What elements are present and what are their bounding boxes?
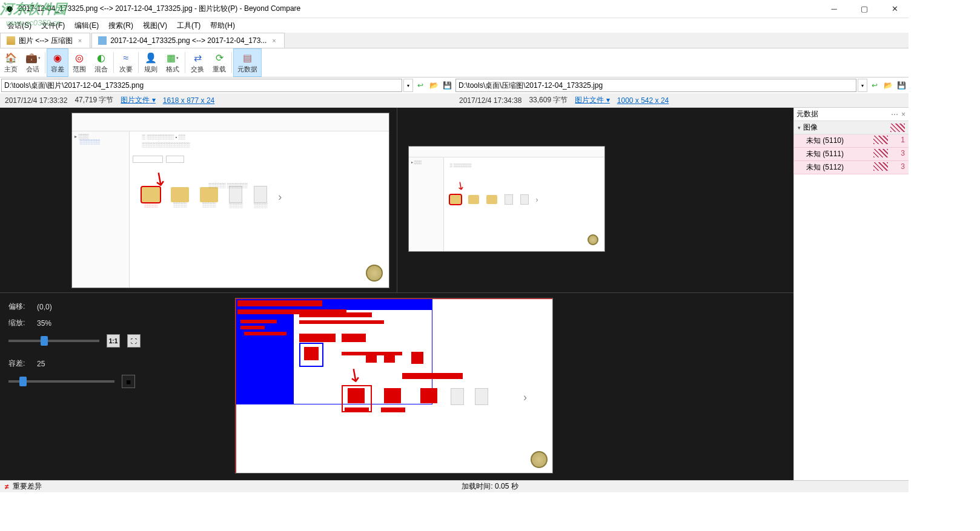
format-icon: ▦▾ xyxy=(167,52,179,64)
rules-button[interactable]: 👤规则 xyxy=(140,48,162,77)
zoom-value: 35% xyxy=(37,319,51,328)
path-bars: ▾ ↩ 📂 💾 ▾ ↩ 📂 💾 xyxy=(0,78,909,93)
metadata-row[interactable]: 未知 (5110)1 xyxy=(794,134,909,148)
save-icon[interactable]: 💾 xyxy=(441,79,453,91)
metadata-button[interactable]: ▤元数据 xyxy=(233,48,262,77)
blend-icon: ◐ xyxy=(95,52,107,64)
right-dims-link[interactable]: 1000 x 542 x 24 xyxy=(617,96,669,105)
metadata-row[interactable]: 未知 (5111)3 xyxy=(794,148,909,161)
home-button[interactable]: 🏠主页 xyxy=(0,48,22,77)
range-button[interactable]: ◎范围 xyxy=(68,48,90,77)
title-bar: 2017-12-04_173325.png <--> 2017-12-04_17… xyxy=(0,0,909,18)
status-bar: ≠ 重要差异 加载时间: 0.05 秒 xyxy=(0,480,909,492)
left-path-dropdown[interactable]: ▾ xyxy=(403,79,413,92)
close-button[interactable]: ✕ xyxy=(886,3,904,15)
tab-close-icon[interactable]: × xyxy=(76,37,84,44)
controls-panel: 偏移: (0,0) 缩放: 35% 1:1 ⛶ 容差: 25 xyxy=(0,293,230,480)
folder-compare-icon xyxy=(7,36,15,45)
metadata-category[interactable]: 图像 xyxy=(794,121,909,134)
zoom-fit-button[interactable]: ⛶ xyxy=(127,334,141,348)
diff-image: ↘ › xyxy=(235,298,553,473)
menu-help[interactable]: 帮助(H) xyxy=(205,19,240,32)
minimize-button[interactable]: ─ xyxy=(825,3,843,15)
right-path-dropdown[interactable]: ▾ xyxy=(858,79,867,92)
diff-pane[interactable]: ↘ › xyxy=(230,293,793,480)
metadata-icon: ▤ xyxy=(242,52,254,64)
tolerance-icon: ◉ xyxy=(51,52,64,64)
toolbar: 🏠主页 💼▾会话 ◉容差 ◎范围 ◐混合 ≈次要 👤规则 ▦▾格式 ⇄交换 ⟳重… xyxy=(0,48,909,78)
menu-edit[interactable]: 编辑(E) xyxy=(70,19,104,32)
tolerance-value: 25 xyxy=(37,360,45,368)
metadata-menu-icon[interactable]: ⋯ × xyxy=(891,110,906,119)
menu-search[interactable]: 搜索(R) xyxy=(104,19,138,32)
left-main: ▸ ░░░░░░░░░ ░ ░░░░░░░░ • ░░ ░░░░░░░░░░░░… xyxy=(0,108,793,480)
minor-button[interactable]: ≈次要 xyxy=(115,48,137,77)
left-dims-link[interactable]: 980 x 531 x 24 xyxy=(163,96,214,105)
offset-label: 偏移: xyxy=(8,302,30,312)
separator xyxy=(185,52,185,73)
zoom-label: 缩放: xyxy=(8,318,30,328)
zoom-actual-button[interactable]: 1:1 xyxy=(107,334,120,348)
menu-file[interactable]: 文件(F) xyxy=(36,19,70,32)
back-icon[interactable]: ↩ xyxy=(414,79,426,91)
maximize-button[interactable]: ▢ xyxy=(855,3,873,15)
image-compare-icon xyxy=(98,36,107,45)
save-icon[interactable]: 💾 xyxy=(895,79,907,91)
rules-icon: 👤 xyxy=(145,52,157,64)
left-info: 2017/12/4 17:33:32 47,719 字节 图片文件 ▾ 1618… xyxy=(0,93,454,107)
tab-label: 图片 <--> 压缩图 xyxy=(19,36,73,46)
left-size: 47,719 字节 xyxy=(74,95,113,105)
separator xyxy=(231,52,232,73)
swap-button[interactable]: ⇄交换 xyxy=(187,48,208,77)
metadata-header: 元数据 ⋯ × xyxy=(794,108,909,121)
minor-icon: ≈ xyxy=(120,52,132,64)
tolerance-mode-button[interactable]: ◼ xyxy=(122,375,135,388)
format-button[interactable]: ▦▾格式 xyxy=(162,48,184,77)
offset-value: (0,0) xyxy=(37,303,52,311)
open-folder-icon[interactable]: 📂 xyxy=(428,79,440,91)
image-panes: ▸ ░░░░░░░░░ ░ ░░░░░░░░ • ░░ ░░░░░░░░░░░░… xyxy=(0,108,793,292)
menu-session[interactable]: 会话(S) xyxy=(2,19,36,32)
zoom-slider[interactable] xyxy=(8,340,99,342)
left-path-input[interactable] xyxy=(1,79,402,92)
tab-image-compare[interactable]: 2017-12-04_173325.png <--> 2017-12-04_17… xyxy=(91,33,285,48)
blend-button[interactable]: ◐混合 xyxy=(90,48,112,77)
menu-tools[interactable]: 工具(T) xyxy=(172,19,205,32)
right-image-preview: ▸ ░░░ ░ ░░░░░░░ ↘ › xyxy=(408,146,605,252)
diff-icon: ≠ xyxy=(5,483,9,491)
left-path-group: ▾ ↩ 📂 💾 xyxy=(1,79,453,92)
session-button[interactable]: 💼▾会话 xyxy=(22,48,44,77)
home-icon: 🏠 xyxy=(5,52,17,64)
tab-close-icon[interactable]: × xyxy=(270,37,277,44)
reload-button[interactable]: ⟳重载 xyxy=(208,48,230,77)
left-image-pane[interactable]: ▸ ░░░░░░░░░ ░ ░░░░░░░░ • ░░ ░░░░░░░░░░░░… xyxy=(0,108,397,292)
tolerance-button[interactable]: ◉容差 xyxy=(47,48,68,77)
right-filetype-link[interactable]: 图片文件 ▾ xyxy=(575,95,609,105)
metadata-row[interactable]: 未知 (5112)3 xyxy=(794,161,909,174)
tab-bar: 图片 <--> 压缩图 × 2017-12-04_173325.png <-->… xyxy=(0,33,909,48)
open-folder-icon[interactable]: 📂 xyxy=(882,79,894,91)
tab-label: 2017-12-04_173325.png <--> 2017-12-04_17… xyxy=(110,36,267,45)
right-size: 33,609 字节 xyxy=(529,95,568,105)
separator xyxy=(113,52,114,73)
back-icon[interactable]: ↩ xyxy=(869,79,881,91)
right-path-input[interactable] xyxy=(455,79,856,92)
left-image-preview: ▸ ░░░░░░░░░ ░ ░░░░░░░░ • ░░ ░░░░░░░░░░░░… xyxy=(71,113,389,288)
status-load-time: 加载时间: 0.05 秒 xyxy=(462,481,518,492)
window-title: 2017-12-04_173325.png <--> 2017-12-04_17… xyxy=(18,4,825,14)
main-content: ▸ ░░░░░░░░░ ░ ░░░░░░░░ • ░░ ░░░░░░░░░░░░… xyxy=(0,108,909,480)
controls-row: 偏移: (0,0) 缩放: 35% 1:1 ⛶ 容差: 25 xyxy=(0,292,793,480)
tolerance-label: 容差: xyxy=(8,358,30,369)
right-image-pane[interactable]: ▸ ░░░ ░ ░░░░░░░ ↘ › xyxy=(397,108,794,292)
info-bars: 2017/12/4 17:33:32 47,719 字节 图片文件 ▾ 1618… xyxy=(0,93,909,108)
left-date: 2017/12/4 17:33:32 xyxy=(5,96,67,105)
menu-view[interactable]: 视图(V) xyxy=(138,19,172,32)
left-filetype-link[interactable]: 图片文件 ▾ xyxy=(121,95,155,105)
tolerance-slider[interactable] xyxy=(8,380,114,383)
tab-session[interactable]: 图片 <--> 压缩图 × xyxy=(0,33,90,48)
briefcase-icon: 💼▾ xyxy=(27,52,39,64)
swap-icon: ⇄ xyxy=(191,52,204,64)
range-icon: ◎ xyxy=(73,52,85,64)
status-diff: 重要差异 xyxy=(13,481,42,492)
separator xyxy=(45,52,45,73)
